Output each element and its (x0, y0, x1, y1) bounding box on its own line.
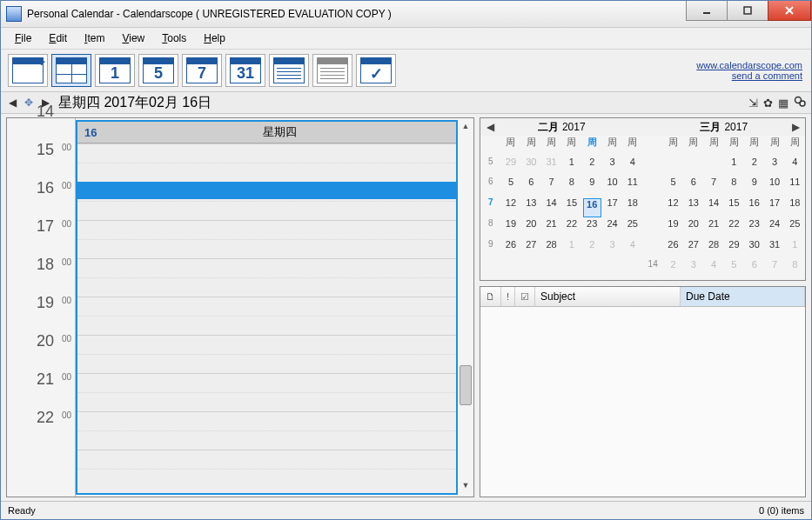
calendar-day[interactable]: 25 (622, 218, 642, 239)
prev-month-button[interactable]: ◀ (484, 121, 496, 133)
calendar-day[interactable]: 22 (561, 218, 581, 239)
calendar-day[interactable]: 18 (785, 197, 805, 218)
calendar-day[interactable]: 3 (602, 157, 622, 177)
calendar-day[interactable]: 7 (541, 177, 561, 197)
calendar-day[interactable]: 1 (785, 239, 805, 260)
calendar-day[interactable]: 2 (582, 239, 602, 260)
menu-file[interactable]: File (8, 30, 38, 46)
next-month-button[interactable]: ▶ (789, 121, 802, 133)
calendar-day[interactable]: 4 (785, 157, 805, 177)
prev-day-button[interactable]: ◀ (6, 97, 18, 109)
goto-date-icon[interactable]: ✥ (22, 96, 36, 110)
calendar-day[interactable]: 2 (582, 157, 602, 177)
calendar-day[interactable]: 19 (663, 218, 683, 239)
tasks-body[interactable] (480, 307, 805, 497)
day-scrollbar[interactable]: ▲ ▼ (460, 122, 472, 493)
menu-view[interactable]: View (115, 30, 151, 46)
calendar-day[interactable]: 14 (541, 197, 561, 218)
calendar-day[interactable]: 1 (561, 157, 581, 177)
calendar-day[interactable]: 15 (724, 197, 744, 218)
menu-edit[interactable]: Edit (42, 30, 74, 46)
calendar-day[interactable]: 12 (500, 197, 520, 218)
calendar-day[interactable]: 3 (764, 157, 784, 177)
calendar-day[interactable]: 23 (744, 218, 764, 239)
calendar-day[interactable]: 31 (764, 239, 784, 260)
search-icon[interactable] (794, 96, 806, 110)
calendar-day[interactable]: 4 (703, 259, 723, 280)
calendar-day[interactable]: 22 (724, 218, 744, 239)
calendar-day[interactable]: 30 (744, 239, 764, 260)
minimize-button[interactable] (686, 1, 728, 21)
goto-today-button[interactable] (51, 54, 91, 87)
calendar-day[interactable]: 9 (744, 177, 764, 197)
calendar-day[interactable]: 10 (602, 177, 622, 197)
calendar-day[interactable]: 11 (785, 177, 805, 197)
calendar-day[interactable]: 30 (521, 157, 541, 177)
calendar-day[interactable]: 29 (724, 239, 744, 260)
calendar-day[interactable]: 27 (683, 239, 703, 260)
calendar-day[interactable]: 6 (521, 177, 541, 197)
view-tasks-button[interactable]: ✓ (356, 54, 396, 87)
calendar-day[interactable]: 8 (785, 259, 805, 280)
new-event-button[interactable]: + (8, 54, 48, 87)
calendar-day[interactable]: 2 (663, 259, 683, 280)
calendar-day[interactable]: 5 (663, 177, 683, 197)
calendar-day[interactable]: 15 (561, 197, 581, 218)
calendar-day[interactable]: 4 (622, 157, 642, 177)
calendar-day[interactable]: 26 (500, 239, 520, 260)
menu-tools[interactable]: Tools (155, 30, 193, 46)
calendar-day[interactable]: 9 (582, 177, 602, 197)
calendar-day[interactable]: 16 (744, 197, 764, 218)
scroll-up-icon[interactable]: ▲ (460, 122, 472, 134)
calendar-day[interactable]: 20 (683, 218, 703, 239)
maximize-button[interactable] (727, 1, 768, 21)
task-complete-icon[interactable]: ☑ (515, 287, 535, 306)
view-1day-button[interactable]: 1 (95, 54, 135, 87)
calendar-day[interactable]: 23 (582, 218, 602, 239)
calendar-day[interactable]: 18 (622, 197, 642, 218)
calendar-day[interactable]: 31 (541, 157, 561, 177)
filter-icon[interactable]: ⇲ (748, 97, 758, 110)
subject-column[interactable]: Subject (535, 287, 681, 306)
menu-help[interactable]: Help (197, 30, 232, 46)
calendar-day[interactable]: 1 (561, 239, 581, 260)
view-5day-button[interactable]: 5 (138, 54, 178, 87)
calendar-day[interactable]: 10 (764, 177, 784, 197)
calendar-day[interactable]: 6 (744, 259, 764, 280)
calendar-day[interactable]: 17 (764, 197, 784, 218)
settings-icon[interactable]: ✿ (763, 97, 773, 110)
calendar-day[interactable]: 6 (683, 177, 703, 197)
scroll-thumb[interactable] (460, 365, 472, 405)
calendar-day[interactable]: 25 (785, 218, 805, 239)
task-type-icon[interactable]: 🗋 (480, 287, 501, 306)
calendar-day[interactable]: 28 (541, 239, 561, 260)
calendar-day[interactable]: 20 (521, 218, 541, 239)
calendar-day[interactable]: 7 (764, 259, 784, 280)
calendar-day[interactable]: 24 (602, 218, 622, 239)
calendar-day[interactable]: 24 (764, 218, 784, 239)
calendar-day[interactable]: 8 (561, 177, 581, 197)
close-button[interactable] (768, 1, 811, 21)
calendar-day[interactable]: 7 (703, 177, 723, 197)
calendar-day[interactable]: 14 (703, 197, 723, 218)
calendar-day[interactable]: 21 (541, 218, 561, 239)
calendar-day[interactable]: 3 (602, 239, 622, 260)
site-link[interactable]: www.calendarscope.com (696, 60, 802, 70)
calendar-day[interactable]: 26 (663, 239, 683, 260)
task-priority-icon[interactable]: ! (501, 287, 515, 306)
calendar-day[interactable]: 13 (683, 197, 703, 218)
calendar-day[interactable]: 16 (583, 198, 601, 217)
calendar-day[interactable]: 28 (703, 239, 723, 260)
calendar-day[interactable]: 17 (602, 197, 622, 218)
grid-icon[interactable]: ▦ (778, 97, 789, 110)
calendar-day[interactable]: 29 (500, 157, 520, 177)
calendar-day[interactable]: 5 (500, 177, 520, 197)
day-view[interactable]: 16 星期四 (76, 120, 458, 495)
calendar-day[interactable]: 19 (500, 218, 520, 239)
calendar-day[interactable]: 8 (724, 177, 744, 197)
calendar-day[interactable]: 12 (663, 197, 683, 218)
calendar-day[interactable]: 1 (724, 157, 744, 177)
view-31day-button[interactable]: 31 (225, 54, 265, 87)
menu-item[interactable]: Item (77, 30, 111, 46)
calendar-day[interactable]: 2 (744, 157, 764, 177)
